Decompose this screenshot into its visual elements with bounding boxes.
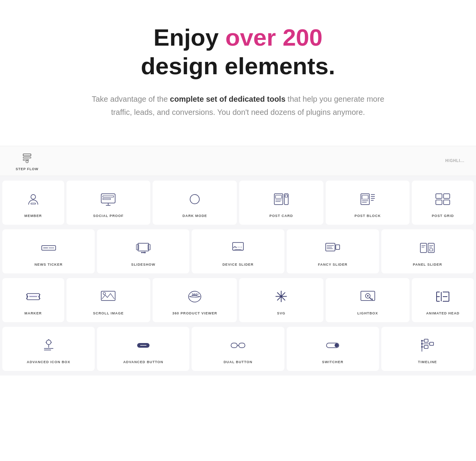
svg-label: SVG — [277, 311, 286, 315]
post-card-label: POST CARD — [269, 214, 293, 218]
grid-item-slideshow[interactable]: SLIDESHOW — [97, 229, 189, 273]
grid-item-scroll-image[interactable]: SCROLL IMAGE — [66, 278, 151, 322]
slideshow-label: SLIDESHOW — [131, 263, 156, 266]
svg-point-88 — [335, 343, 338, 347]
step-flow-bar: STEP FLOW HIGHLI... — [0, 146, 476, 176]
svg-rect-84 — [231, 343, 237, 348]
grid-item-lightbox[interactable]: LIGHTBOX — [326, 278, 410, 322]
grid-item-dual-button[interactable]: DUAL BUTTON — [192, 327, 284, 371]
360-viewer-label: 360 PRODUCT VIEWER — [172, 311, 217, 315]
grid-item-fancy-slider[interactable]: FANCY SLIDER — [287, 229, 379, 273]
marker-label: MARKER — [24, 311, 42, 315]
switcher-label: SWITCHER — [322, 360, 343, 364]
device-slider-icon — [229, 239, 247, 257]
grid-row-4: ADVANCED ICON BOX ADVANCED BUTTON — [0, 324, 476, 373]
grid-item-member[interactable]: MEMBER — [2, 181, 64, 225]
svg-rect-41 — [233, 242, 243, 250]
fancy-slider-icon — [323, 239, 342, 257]
timeline-icon — [418, 336, 437, 355]
timeline-label: TIMELINE — [418, 360, 437, 364]
svg-rect-36 — [148, 244, 150, 250]
grid-item-panel-slider[interactable]: PANEL SLIDER — [381, 229, 474, 273]
dark-mode-icon — [185, 190, 204, 208]
social-proof-icon — [99, 190, 117, 208]
news-ticker-icon — [39, 239, 58, 257]
bottom-padding — [0, 376, 476, 391]
svg-rect-89 — [424, 339, 428, 342]
svg-point-3 — [26, 160, 28, 163]
hero-subtitle: Take advantage of the complete set of de… — [91, 92, 385, 119]
dark-mode-label: DARK MODE — [182, 214, 207, 218]
post-grid-label: POST GRID — [432, 214, 454, 218]
hero-section: Enjoy over 200 design elements. Take adv… — [0, 0, 476, 134]
grid-item-360-viewer[interactable]: 360° 360 PRODUCT VIEWER — [153, 278, 237, 322]
grid-item-device-slider[interactable]: DEVICE SLIDER — [192, 229, 284, 273]
hero-title-highlight: over 200 — [225, 24, 323, 51]
highlight-badge: HIGHLI... — [445, 159, 464, 163]
grid-row-1: MEMBER SOCIAL PROOF — [0, 178, 476, 227]
grid-item-social-proof[interactable]: SOCIAL PROOF — [66, 181, 151, 225]
dual-button-icon — [229, 336, 247, 355]
svg-text:360°: 360° — [192, 293, 199, 297]
svg-rect-91 — [424, 345, 428, 348]
grid-item-news-ticker[interactable]: NEWS TICKER — [2, 229, 95, 273]
device-slider-label: DEVICE SLIDER — [223, 263, 254, 266]
marker-icon — [24, 287, 42, 306]
grid-item-animated-head[interactable]: ANIMATED HEAD — [412, 278, 474, 322]
grid-item-advanced-button[interactable]: ADVANCED BUTTON — [97, 327, 189, 371]
step-flow-icon — [20, 151, 34, 165]
grid-item-post-block[interactable]: POST BLOCK — [326, 181, 410, 225]
post-block-icon — [359, 190, 377, 208]
svg-point-97 — [421, 343, 423, 345]
svg-rect-1 — [23, 157, 31, 158]
lightbox-icon — [359, 287, 377, 306]
grid-item-post-card[interactable]: POST CARD — [239, 181, 323, 225]
grid-row-2: NEWS TICKER SLIDESHOW — [0, 227, 476, 276]
svg-rect-18 — [285, 195, 287, 197]
scroll-image-icon — [99, 287, 117, 306]
svg-rect-6 — [31, 203, 36, 204]
advanced-button-label: ADVANCED BUTTON — [123, 360, 163, 364]
svg-rect-44 — [336, 245, 340, 249]
grid-item-svg[interactable]: ✳ SVG — [239, 278, 323, 322]
grid-item-switcher[interactable]: SWITCHER — [287, 327, 379, 371]
svg-rect-2 — [23, 159, 29, 160]
svg-point-74 — [46, 340, 51, 345]
svg-rect-35 — [136, 244, 139, 250]
advanced-icon-box-icon — [39, 336, 58, 355]
svg-rect-90 — [430, 342, 434, 345]
svg-rect-0 — [23, 154, 31, 156]
svg-rect-30 — [444, 200, 450, 205]
svg-rect-29 — [436, 200, 442, 205]
lightbox-label: LIGHTBOX — [357, 311, 378, 315]
hero-subtitle-bold: complete set of dedicated tools — [170, 95, 286, 103]
grid-item-dark-mode[interactable]: DARK MODE — [153, 181, 237, 225]
svg-rect-24 — [362, 195, 368, 199]
animated-head-label: ANIMATED HEAD — [426, 311, 460, 315]
svg-rect-9 — [103, 198, 110, 200]
svg-rect-54 — [430, 249, 433, 251]
grid-item-marker[interactable]: MARKER — [2, 278, 64, 322]
svg-point-39 — [143, 252, 144, 253]
grid-item-timeline[interactable]: TIMELINE — [381, 327, 474, 371]
panel-slider-label: PANEL SLIDER — [413, 263, 442, 266]
svg-line-64 — [369, 297, 372, 300]
panel-slider-icon — [418, 239, 437, 257]
member-label: MEMBER — [24, 214, 42, 218]
hero-title-part2: design elements. — [141, 53, 335, 79]
grid-item-advanced-icon-box[interactable]: ADVANCED ICON BOX — [2, 327, 95, 371]
svg-point-12 — [190, 195, 199, 204]
animated-head-icon — [434, 287, 452, 306]
step-flow-label: STEP FLOW — [16, 167, 39, 171]
advanced-button-icon — [134, 336, 153, 355]
svg-rect-27 — [436, 194, 442, 198]
grid-row-3: MARKER SCROLL IMAGE — [0, 276, 476, 324]
post-card-icon — [272, 190, 291, 208]
svg-point-96 — [421, 340, 423, 341]
dual-button-label: DUAL BUTTON — [224, 360, 253, 364]
member-icon — [24, 190, 42, 208]
grid-item-post-grid[interactable]: POST GRID — [412, 181, 474, 225]
svg-rect-85 — [239, 343, 245, 348]
svg-point-5 — [31, 195, 36, 199]
scroll-image-label: SCROLL IMAGE — [93, 311, 124, 315]
